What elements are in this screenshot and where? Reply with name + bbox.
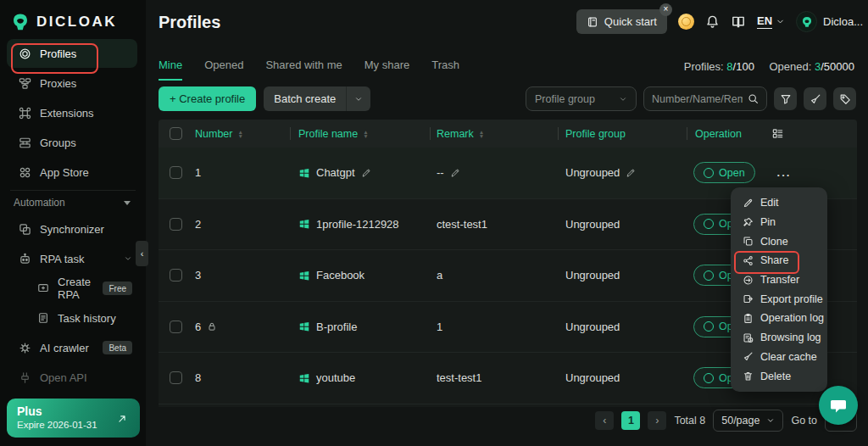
sidebar-item-proxies[interactable]: Proxies bbox=[0, 69, 146, 98]
tab-opened[interactable]: Opened bbox=[204, 59, 243, 81]
sidebar-section-automation[interactable]: Automation bbox=[0, 191, 146, 215]
sidebar-item-extensions[interactable]: Extensions bbox=[0, 98, 146, 127]
prev-page-button[interactable]: ‹ bbox=[595, 411, 614, 430]
row-checkbox[interactable] bbox=[170, 371, 182, 384]
edit-remark-icon[interactable] bbox=[450, 168, 460, 178]
tag-button[interactable] bbox=[833, 87, 856, 110]
row-checkbox[interactable] bbox=[170, 321, 182, 333]
windows-icon bbox=[298, 321, 310, 332]
sidebar-item-profiles[interactable]: Profiles bbox=[7, 39, 137, 68]
sidebar-item-label: Task history bbox=[58, 312, 116, 325]
sidebar-item-create-rpa[interactable]: Create RPA Free bbox=[0, 274, 146, 303]
extensions-icon bbox=[19, 107, 31, 120]
sort-icon[interactable]: ▲▼ bbox=[363, 130, 368, 138]
sidebar-item-task-history[interactable]: Task history bbox=[0, 304, 146, 332]
opened-cap: /50000 bbox=[821, 60, 854, 73]
profile-number: 8 bbox=[195, 371, 201, 384]
row-checkbox[interactable] bbox=[170, 269, 182, 282]
menu-item-pin[interactable]: Pin bbox=[731, 213, 827, 232]
plan-expire: Expire 2026-01-31 bbox=[17, 420, 130, 430]
plan-name: Plus bbox=[17, 404, 130, 418]
sidebar-item-synchronizer[interactable]: Synchronizer bbox=[0, 215, 146, 243]
plan-card[interactable]: Plus Expire 2026-01-31 bbox=[7, 399, 140, 438]
sidebar-item-label: Extensions bbox=[40, 107, 94, 120]
open-profile-button[interactable]: Open bbox=[693, 162, 755, 183]
sidebar-item-rpa-task[interactable]: RPA task bbox=[0, 244, 146, 273]
more-actions-button[interactable]: ... bbox=[777, 166, 792, 179]
clean-button[interactable] bbox=[804, 87, 826, 110]
tab-my-share[interactable]: My share bbox=[364, 59, 409, 81]
app-store-icon bbox=[19, 166, 31, 179]
create-profile-button[interactable]: + Create profile bbox=[159, 86, 256, 111]
docs-book-icon[interactable] bbox=[731, 14, 746, 30]
language-code: EN bbox=[757, 14, 772, 29]
usage-stats: Profiles: 8/100 Opened: 3/50000 bbox=[684, 60, 854, 73]
profiles-stat-label: Profiles: bbox=[684, 60, 724, 73]
sort-icon[interactable]: ▲▼ bbox=[479, 130, 484, 138]
sidebar-item-groups[interactable]: Groups bbox=[0, 128, 146, 157]
lock-icon bbox=[207, 321, 217, 332]
chat-support-button[interactable] bbox=[819, 386, 858, 425]
sidebar-item-label: Groups bbox=[40, 137, 76, 149]
sidebar-item-label: App Store bbox=[40, 166, 89, 179]
filter-button[interactable] bbox=[774, 87, 797, 110]
row-checkbox[interactable] bbox=[170, 166, 182, 179]
profile-remark: -- bbox=[437, 166, 444, 179]
tab-shared-with-me[interactable]: Shared with me bbox=[265, 59, 342, 81]
brand-logo: DICLOAK bbox=[0, 0, 146, 31]
batch-create-button[interactable]: Batch create bbox=[264, 86, 370, 111]
sidebar: DICLOAK Profiles Proxies Extensions Grou… bbox=[0, 0, 146, 446]
profile-number: 2 bbox=[195, 218, 201, 231]
profile-name: Facebook bbox=[316, 269, 364, 282]
page-size-select[interactable]: 50/page bbox=[713, 410, 783, 432]
current-page[interactable]: 1 bbox=[621, 411, 640, 430]
section-label: Automation bbox=[14, 197, 65, 209]
column-header-group: Profile group bbox=[565, 128, 626, 140]
profile-group: Ungrouped bbox=[565, 371, 620, 384]
column-settings-icon[interactable] bbox=[771, 120, 805, 148]
coin-icon[interactable] bbox=[678, 14, 694, 30]
broom-icon bbox=[743, 351, 754, 362]
total-count: Total 8 bbox=[674, 415, 705, 426]
next-page-button[interactable]: › bbox=[648, 411, 666, 430]
rpa-task-icon bbox=[19, 253, 31, 265]
menu-item-browsing-log[interactable]: Browsing log bbox=[731, 328, 827, 348]
profile-group-select[interactable]: Profile group bbox=[526, 86, 637, 111]
toolbar: + Create profile Batch create Profile gr… bbox=[159, 86, 856, 111]
sort-icon[interactable]: ▲▼ bbox=[237, 130, 242, 138]
sidebar-collapse-handle[interactable]: ‹ bbox=[136, 241, 148, 266]
clipboard-icon bbox=[743, 313, 754, 324]
menu-item-share[interactable]: Share bbox=[731, 251, 827, 270]
profile-remark: a bbox=[437, 269, 442, 282]
sidebar-item-ai-crawler[interactable]: AI crawler Beta bbox=[0, 333, 146, 362]
quick-start-button[interactable]: Quick start × bbox=[576, 9, 667, 34]
menu-item-edit[interactable]: Edit bbox=[731, 193, 827, 213]
pagination-bar: ‹ 1 › Total 8 50/page Go to bbox=[595, 410, 857, 432]
menu-item-export-profile[interactable]: Export profile bbox=[731, 289, 827, 309]
edit-group-icon[interactable] bbox=[626, 168, 636, 178]
search-icon[interactable] bbox=[748, 93, 759, 104]
sidebar-item-label: Profiles bbox=[40, 47, 76, 60]
menu-item-delete[interactable]: Delete bbox=[731, 366, 827, 386]
user-menu[interactable]: Dicloa... bbox=[796, 11, 863, 32]
tab-mine[interactable]: Mine bbox=[159, 59, 182, 81]
edit-name-icon[interactable] bbox=[361, 168, 371, 178]
menu-item-clear-cache[interactable]: Clear cache bbox=[731, 348, 827, 367]
batch-create-label[interactable]: Batch create bbox=[264, 92, 346, 105]
profile-remark: test-test1 bbox=[437, 371, 481, 384]
menu-item-transfer[interactable]: Transfer bbox=[731, 270, 827, 290]
menu-item-clone[interactable]: Clone bbox=[731, 231, 827, 251]
bell-icon[interactable] bbox=[705, 14, 720, 29]
menu-item-operation-log[interactable]: Operation log bbox=[731, 309, 827, 328]
tab-trash[interactable]: Trash bbox=[431, 59, 459, 81]
chevron-down-icon[interactable] bbox=[347, 95, 370, 103]
sidebar-item-open-api[interactable]: Open API bbox=[0, 363, 146, 392]
profile-group: Ungrouped bbox=[565, 218, 620, 231]
close-icon[interactable]: × bbox=[659, 3, 672, 16]
row-checkbox[interactable] bbox=[170, 218, 182, 231]
profile-remark: ctest-test1 bbox=[437, 218, 487, 231]
sidebar-item-app-store[interactable]: App Store bbox=[0, 158, 146, 187]
select-all-checkbox[interactable] bbox=[170, 127, 182, 140]
search-input[interactable] bbox=[652, 93, 743, 105]
language-selector[interactable]: EN bbox=[757, 14, 785, 29]
